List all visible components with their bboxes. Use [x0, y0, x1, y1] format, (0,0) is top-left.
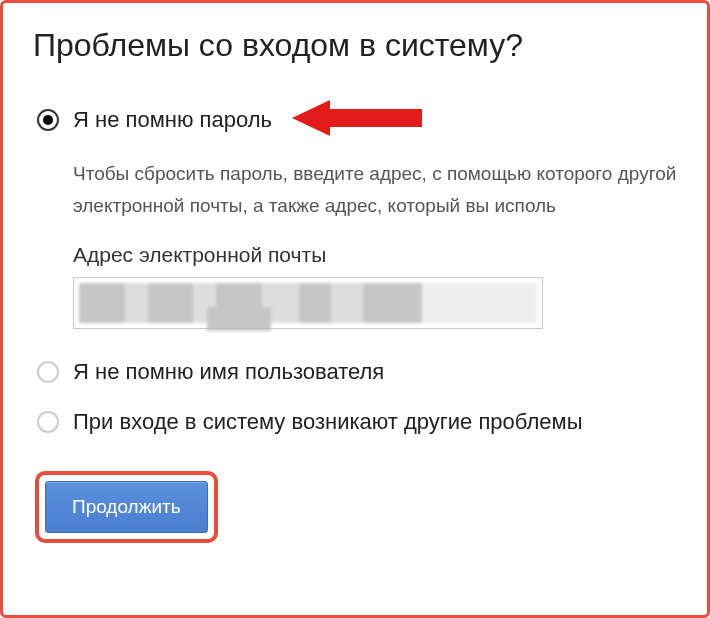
continue-button-highlight: Продолжить	[35, 471, 218, 543]
option-label: Я не помню пароль	[73, 107, 272, 133]
highlight-arrow-icon	[292, 100, 422, 140]
page-title: Проблемы со входом в систему?	[33, 27, 677, 64]
login-problems-panel: Проблемы со входом в систему? Я не помню…	[0, 0, 710, 618]
svg-marker-0	[292, 100, 422, 136]
option-forgot-username[interactable]: Я не помню имя пользователя	[37, 359, 677, 385]
email-field-label: Адрес электронной почты	[73, 243, 677, 267]
option-other-problems[interactable]: При входе в систему возникают другие про…	[37, 409, 677, 435]
problem-options: Я не помню пароль Чтобы сбросить пароль,…	[37, 100, 677, 543]
email-input[interactable]	[73, 277, 543, 329]
redacted-content	[79, 283, 537, 323]
forgot-password-content: Чтобы сбросить пароль, введите адрес, с …	[73, 158, 677, 329]
radio-icon[interactable]	[37, 411, 59, 433]
help-text: Чтобы сбросить пароль, введите адрес, с …	[73, 158, 677, 223]
option-label: Я не помню имя пользователя	[73, 359, 384, 385]
radio-icon[interactable]	[37, 109, 59, 131]
continue-button[interactable]: Продолжить	[45, 481, 208, 533]
option-forgot-password[interactable]: Я не помню пароль	[37, 100, 677, 140]
radio-icon[interactable]	[37, 361, 59, 383]
option-label: При входе в систему возникают другие про…	[73, 409, 582, 435]
